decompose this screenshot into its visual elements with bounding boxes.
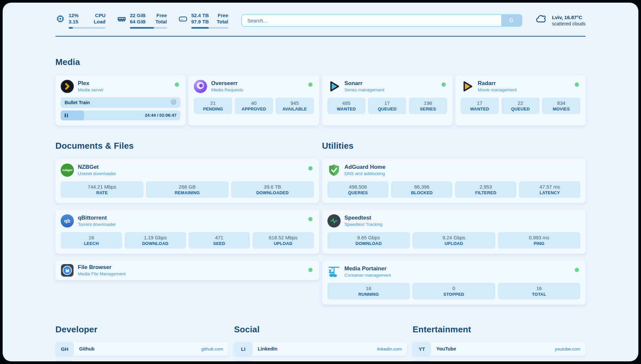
section-utilities: Utilities AdGuard Home [322, 141, 586, 305]
adguard-card[interactable]: AdGuard Home DNS and adblocking 498,508 … [322, 159, 586, 203]
stat-label: PENDING [195, 106, 231, 111]
status-dot [575, 82, 579, 87]
stat-label: SEED [190, 241, 249, 246]
adguard-icon [327, 164, 341, 177]
stat-tile: 39.6 TB DOWNLOADED [231, 181, 314, 198]
ram-total-label: Total [154, 19, 167, 25]
bookmark-link[interactable]: linkedin.com [377, 347, 402, 351]
search-engine-button[interactable]: G [501, 15, 522, 26]
sonarr-icon [327, 80, 341, 93]
stat-label: UPLOAD [254, 241, 313, 246]
bookmark-linkedin[interactable]: LI LinkedIn linkedin.com [234, 342, 407, 356]
session-settings-icon[interactable] [171, 99, 176, 106]
stat-value: 22 [503, 100, 538, 106]
stat-tile: 498,508 QUERIES [327, 181, 389, 198]
plex-card[interactable]: Plex Media server Bullet Train [55, 75, 186, 126]
bookmark-name: LinkedIn [258, 346, 278, 351]
stat-label: APPROVED [236, 106, 272, 111]
bookmark-name: YouTube [436, 346, 456, 351]
card-title: Speedtest [345, 214, 383, 222]
stat-value: 17 [369, 100, 405, 106]
search-input[interactable] [241, 14, 522, 27]
card-subtitle: Media File Management [78, 271, 126, 277]
filebrowser-card[interactable]: File Browser Media File Management [55, 260, 319, 280]
ram-free-value: 22 GiB [130, 13, 150, 19]
now-playing-pill: Bullet Train [61, 97, 180, 108]
disk-total-label: Total [215, 19, 228, 25]
stat-value: 9.24 Gbps [414, 234, 494, 241]
ram-stat-widget: 22 GiB 64 GiB Free Total [117, 13, 167, 29]
cpu-label: CPU [92, 13, 106, 19]
stat-label: QUEUED [503, 106, 538, 111]
section-social: Social LI LinkedIn linkedin.com TW Twitt… [234, 324, 407, 361]
now-playing-title: Bullet Train [65, 100, 90, 105]
stat-value: 16 [329, 285, 409, 292]
stat-value: 1.19 Gbps [126, 234, 185, 241]
dashboard-page: 12% 3.15 CPU Load [3, 3, 638, 361]
section-documents: Documents & Files nzbget NZBGet Usenet d… [55, 141, 319, 305]
stat-tile: 9.24 Gbps UPLOAD [412, 232, 495, 249]
card-subtitle: Speedtest Tracking [345, 222, 383, 228]
stat-value: 2,953 [456, 184, 515, 190]
stat-label: DOWNLOADED [232, 190, 313, 195]
card-subtitle: Movie management [478, 87, 517, 93]
portainer-card[interactable]: Media Portainer Container management 16 … [322, 260, 586, 305]
stat-tile: 0 STOPPED [412, 283, 495, 299]
radarr-card[interactable]: Radarr Movie management 17 WANTED 22 QUE… [455, 75, 586, 126]
stat-tile: 21 PENDING [194, 98, 232, 114]
sonarr-card[interactable]: Sonarr Series management 485 WANTED 17 Q… [322, 75, 452, 126]
bookmark-netflix[interactable]: NF Netflix netflix.com [412, 360, 586, 361]
stat-label: STOPPED [414, 292, 494, 297]
stat-value: 40 [236, 100, 272, 106]
overseerr-card[interactable]: Overseerr Media Requests 21 PENDING 40 A… [189, 75, 319, 126]
cpu-icon [55, 14, 65, 24]
stat-label: FILTERED [456, 190, 515, 195]
bookmark-github[interactable]: GH Github github.com [55, 342, 229, 356]
status-dot [308, 268, 313, 272]
stat-label: WANTED [462, 106, 498, 111]
stat-value: 17 [462, 100, 498, 106]
bookmark-link[interactable]: youtube.com [555, 347, 580, 351]
pause-icon[interactable] [65, 113, 68, 117]
stat-label: QUEUED [369, 106, 405, 111]
bookmark-youtube[interactable]: YT YouTube youtube.com [412, 342, 586, 356]
disk-progress-bar [191, 27, 228, 29]
social-section-title: Social [234, 324, 407, 335]
stat-label: BLOCKED [392, 190, 451, 195]
stat-value: 485 [329, 100, 364, 106]
stat-label: QUERIES [329, 190, 387, 195]
stat-tile: 0.993 ms PING [498, 232, 581, 249]
stat-value: 47.57 ms [520, 184, 579, 190]
bookmark-link[interactable]: github.com [201, 347, 223, 351]
stat-value: 9.65 Gbps [329, 234, 409, 241]
stat-label: RATE [62, 190, 142, 195]
bookmark-badge: LI [234, 342, 253, 356]
qbittorrent-icon: qb [61, 214, 74, 228]
ram-progress-bar [130, 27, 167, 29]
disk-icon [178, 14, 188, 24]
stat-value: 945 [277, 100, 313, 106]
ram-free-label: Free [154, 13, 167, 19]
stat-value: 744.21 Mbps [62, 184, 142, 190]
stat-label: PING [499, 241, 579, 246]
disk-stat-widget: 52.4 TB 97.9 TB Free Total [178, 13, 228, 29]
portainer-icon [327, 265, 341, 278]
stat-value: 834 [543, 100, 579, 106]
stat-tile: 22 QUEUED [502, 98, 540, 114]
bookmark-twitter[interactable]: TW Twitter twitter.com [234, 360, 407, 361]
bookmark-stackoverflow[interactable]: SO StackOverflow stackoverflow.com [55, 360, 229, 361]
stat-value: 471 [190, 234, 249, 241]
cpu-usage-value: 12% [69, 13, 89, 19]
search-bar: G [241, 14, 522, 27]
qbittorrent-card[interactable]: qb qBittorrent Torrent downloader 16 LEE… [55, 210, 319, 254]
stat-value: 21 [195, 100, 231, 106]
stat-tile: 1.19 Gbps DOWNLOAD [125, 232, 186, 249]
utilities-section-title: Utilities [322, 141, 586, 151]
card-title: Overseerr [211, 80, 243, 87]
stat-tile: 196 SERIES [409, 98, 447, 114]
stat-value: 196 [410, 100, 446, 106]
stat-tile: 16 LEECH [61, 232, 122, 249]
speedtest-card[interactable]: Speedtest Speedtest Tracking 9.65 Gbps D… [322, 210, 586, 254]
stat-value: 39.6 TB [232, 184, 313, 190]
nzbget-card[interactable]: nzbget NZBGet Usenet downloader 744.21 M… [55, 159, 319, 203]
